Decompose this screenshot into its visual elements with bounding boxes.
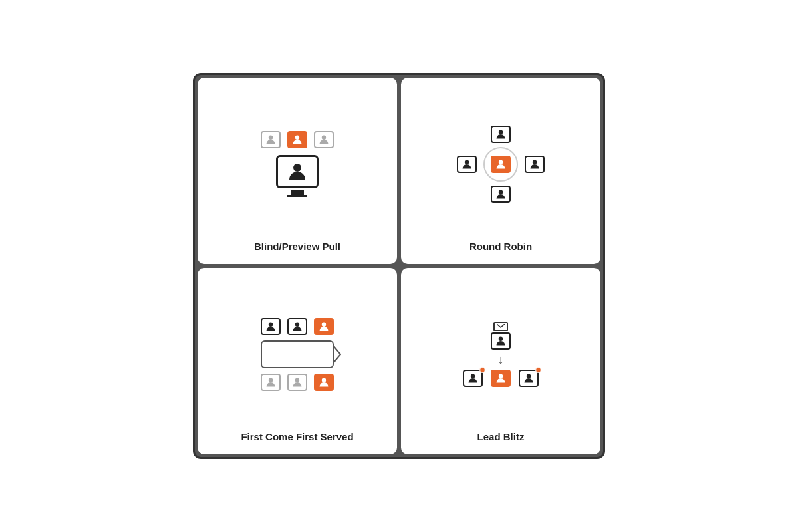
fcfs-person-top-1 xyxy=(261,318,281,335)
card-first-come-first-served[interactable]: First Come First Served xyxy=(198,268,397,454)
fcfs-person-top-2 xyxy=(287,318,307,335)
card-label-first-come-first-served: First Come First Served xyxy=(241,431,353,442)
grid-container: Blind/Preview Pull xyxy=(193,73,605,459)
card-lead-blitz[interactable]: ↓ xyxy=(401,268,600,454)
fcfs-person-top-3 xyxy=(314,318,334,335)
fcfs-person-bottom-2 xyxy=(287,374,307,391)
card-blind-preview-pull[interactable]: Blind/Preview Pull xyxy=(198,78,397,264)
rr-person-top xyxy=(491,126,511,143)
fcfs-queue-box xyxy=(261,340,334,368)
fcfs-illustration xyxy=(211,284,384,424)
lb-person-bottom-1 xyxy=(463,370,483,387)
card-label-blind-preview-pull: Blind/Preview Pull xyxy=(254,241,340,252)
card-round-robin[interactable]: Round Robin xyxy=(401,78,600,264)
fcfs-person-bottom-3 xyxy=(314,374,334,391)
rr-person-center xyxy=(491,156,511,173)
rr-person-left xyxy=(457,156,477,173)
card-label-lead-blitz: Lead Blitz xyxy=(477,431,525,442)
lb-down-arrow: ↓ xyxy=(498,354,504,366)
round-robin-illustration xyxy=(414,94,587,234)
notification-dot-3 xyxy=(535,367,541,373)
person-icon-gray-1 xyxy=(261,131,281,148)
person-icon-orange-1 xyxy=(287,131,307,148)
lb-person-bottom-3 xyxy=(519,370,539,387)
card-label-round-robin: Round Robin xyxy=(469,241,532,252)
fcfs-person-bottom-1 xyxy=(261,374,281,391)
lead-blitz-illustration: ↓ xyxy=(414,284,587,424)
blind-pull-illustration xyxy=(211,94,384,234)
rr-person-right xyxy=(525,156,545,173)
rr-person-bottom xyxy=(491,186,511,203)
monitor-icon xyxy=(276,155,319,197)
lb-person-top xyxy=(491,332,511,350)
lb-person-bottom-2 xyxy=(491,370,511,387)
person-icon-gray-2 xyxy=(314,131,334,148)
rr-circle xyxy=(483,147,518,182)
notification-dot-1 xyxy=(479,367,485,373)
